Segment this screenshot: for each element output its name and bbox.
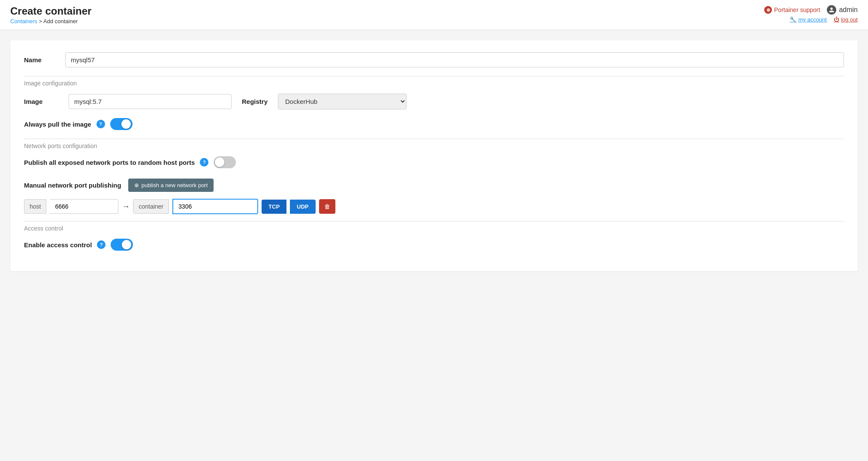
support-label: Portainer support [774,6,820,13]
breadcrumb-containers[interactable]: Containers [10,18,37,24]
network-ports-section-title: Network ports configuration [24,139,844,149]
publish-new-port-label: publish a new network port [142,182,208,188]
admin-text: admin [839,6,858,14]
image-config-section-title: Image configuration [24,76,844,87]
form-card: Name Image configuration Image Registry … [10,40,858,271]
container-badge: container [133,199,169,214]
manual-port-label: Manual network port publishing [24,182,121,189]
publish-all-label: Publish all exposed network ports to ran… [24,159,195,166]
arrow-icon: → [122,202,130,211]
always-pull-label: Always pull the image [24,121,91,128]
support-link[interactable]: ⊗ Portainer support [764,6,820,14]
access-control-section: Access control Enable access control ? [24,221,844,251]
wrench-icon: 🔧 [790,16,796,23]
my-account-link[interactable]: 🔧 my account [790,16,826,23]
access-control-section-title: Access control [24,221,844,232]
header-right-top: ⊗ Portainer support admin [764,5,858,15]
header-left: Create container Containers > Add contai… [10,5,91,24]
logout-label: log out [841,16,858,23]
admin-icon [827,5,836,15]
enable-access-toggle[interactable] [111,239,133,251]
publish-new-port-button[interactable]: ⊕ publish a new network port [128,179,214,192]
admin-label: admin [827,5,858,15]
my-account-label: my account [798,16,826,23]
page-title: Create container [10,5,91,17]
always-pull-help-icon[interactable]: ? [96,120,105,128]
always-pull-slider [110,118,133,130]
tcp-button[interactable]: TCP [262,200,286,214]
enable-access-label: Enable access control [24,241,92,249]
support-icon: ⊗ [764,6,772,14]
registry-select[interactable]: DockerHub [278,94,407,109]
main: Name Image configuration Image Registry … [0,30,868,282]
breadcrumb-current: Add container [43,18,78,24]
host-port-input[interactable] [50,199,118,214]
logout-icon: ⏻ [834,16,839,23]
manual-port-row: Manual network port publishing ⊕ publish… [24,179,844,192]
breadcrumb-separator: > [37,18,43,24]
logout-link[interactable]: ⏻ log out [834,16,858,23]
image-input[interactable] [69,94,232,109]
header-right-bottom: 🔧 my account ⏻ log out [790,16,858,23]
header: Create container Containers > Add contai… [0,0,868,30]
header-right: ⊗ Portainer support admin 🔧 my account ⏻… [764,5,858,23]
enable-access-row: Enable access control ? [24,239,844,251]
name-row: Name [24,52,844,67]
publish-all-help-icon[interactable]: ? [200,158,208,167]
enable-access-slider [111,239,133,251]
publish-all-toggle[interactable] [214,156,236,168]
image-config-row: Image Registry DockerHub [24,94,844,109]
publish-all-slider [214,156,236,168]
always-pull-toggle[interactable] [110,118,133,130]
host-badge: host [24,199,46,214]
breadcrumb: Containers > Add container [10,18,91,24]
name-label: Name [24,56,58,64]
publish-all-row: Publish all exposed network ports to ran… [24,156,844,168]
port-mapping-row: host → container TCP UDP 🗑 [24,199,844,214]
plus-icon: ⊕ [134,182,139,188]
trash-icon: 🗑 [324,203,330,210]
always-pull-row: Always pull the image ? [24,118,844,130]
container-port-input[interactable] [172,199,258,214]
registry-label: Registry [242,98,268,105]
delete-port-button[interactable]: 🗑 [319,199,335,214]
name-input[interactable] [65,52,844,67]
udp-button[interactable]: UDP [290,200,315,214]
enable-access-help-icon[interactable]: ? [97,240,105,249]
image-label: Image [24,98,58,105]
